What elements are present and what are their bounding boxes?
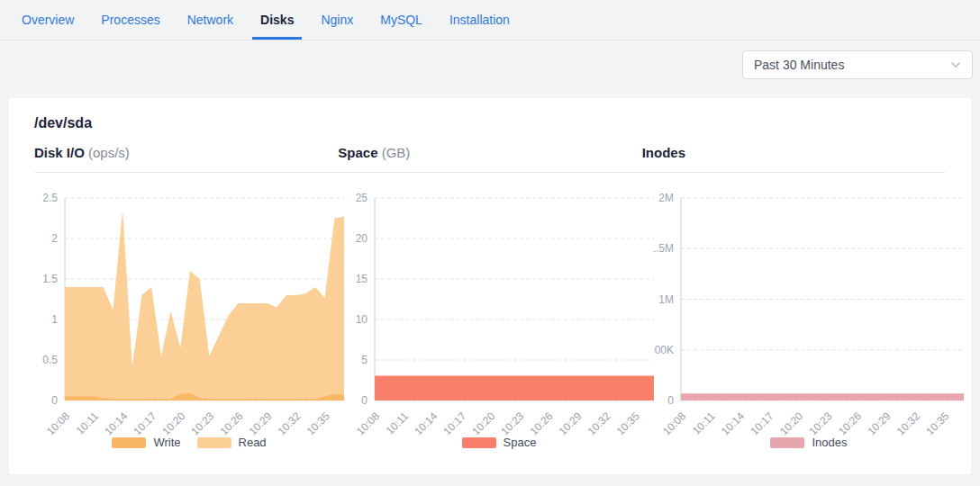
- y-tick-label: 1.5: [42, 273, 58, 285]
- chart-headers-row: Disk I/O (ops/s)Space (GB)Inodes: [34, 145, 946, 173]
- legend-item-space[interactable]: Space: [462, 436, 537, 449]
- tab-network[interactable]: Network: [187, 0, 233, 40]
- y-tick-label: 2M: [658, 192, 674, 204]
- legend-item-write[interactable]: Write: [112, 436, 180, 449]
- y-tick-label: 1: [51, 313, 58, 326]
- tab-mysql[interactable]: MySQL: [380, 0, 422, 40]
- monitoring-page: OverviewProcessesNetworkDisksNginxMySQLI…: [0, 0, 980, 486]
- y-tick-label: 2: [51, 232, 58, 245]
- x-tick-label: 10:11: [74, 410, 102, 436]
- x-tick-label: 10:23: [806, 410, 834, 436]
- legend-swatch-write: [112, 437, 146, 448]
- x-tick-label: 10:26: [217, 410, 245, 436]
- legend-label: Inodes: [812, 436, 847, 449]
- chart-title-text: Space: [338, 145, 377, 160]
- chart-title-space: Space (GB): [338, 145, 641, 160]
- area-series-inodes: [681, 393, 964, 400]
- x-tick-label: 10:23: [188, 410, 216, 436]
- y-tick-label: 0: [667, 394, 674, 407]
- legend-disk-i-o: WriteRead: [34, 436, 344, 449]
- x-tick-label: 10:14: [719, 410, 747, 436]
- chevron-down-icon: [948, 58, 963, 72]
- time-range-value: Past 30 Minutes: [754, 58, 844, 72]
- x-tick-label: 10:11: [384, 410, 412, 436]
- x-tick-label: 10:20: [469, 410, 497, 436]
- x-tick-label: 10:08: [354, 410, 382, 436]
- y-tick-label: 1M: [658, 293, 674, 306]
- tab-processes[interactable]: Processes: [101, 0, 159, 40]
- legend-item-inodes[interactable]: Inodes: [770, 436, 847, 449]
- x-tick-label: 10:14: [102, 410, 130, 436]
- x-tick-label: 10:29: [865, 410, 893, 436]
- tab-installation[interactable]: Installation: [449, 0, 510, 40]
- x-tick-label: 10:32: [894, 410, 922, 436]
- y-tick-label: 10: [356, 313, 368, 326]
- charts-row: 00.511.522.510:0810:1110:1410:1710:2010:…: [34, 179, 946, 449]
- chart-unit-text: (GB): [378, 145, 411, 160]
- y-tick-label: 1.5M: [654, 242, 674, 255]
- x-tick-label: 10:35: [304, 410, 332, 436]
- y-tick-label: 15: [356, 273, 368, 285]
- x-tick-label: 10:20: [159, 410, 187, 436]
- chart-title-inodes: Inodes: [642, 145, 946, 160]
- y-tick-label: 0: [51, 394, 58, 407]
- x-tick-label: 10:14: [412, 410, 440, 436]
- y-tick-label: 2.5: [42, 192, 58, 204]
- x-tick-label: 10:32: [276, 410, 304, 436]
- chart-inodes: 0500K1M1.5M2M10:0810:1110:1410:1710:2010…: [654, 179, 964, 449]
- time-range-select[interactable]: Past 30 Minutes: [742, 50, 973, 79]
- legend-space: Space: [344, 436, 654, 449]
- chart-plot-space: 051015202510:0810:1110:1410:1710:2010:23…: [344, 179, 654, 436]
- legend-swatch-inodes: [770, 437, 804, 448]
- x-tick-label: 10:08: [44, 410, 72, 436]
- x-tick-label: 10:35: [923, 410, 951, 436]
- x-tick-label: 10:11: [690, 410, 718, 436]
- panel-title: /dev/sda: [34, 114, 946, 131]
- y-tick-label: 0: [361, 394, 368, 407]
- y-tick-label: 25: [356, 192, 368, 204]
- legend-label: Read: [239, 436, 267, 449]
- chart-title-disk-i-o: Disk I/O (ops/s): [34, 145, 338, 160]
- chart-title-text: Inodes: [642, 145, 685, 160]
- toolbar: Past 30 Minutes: [0, 40, 980, 98]
- legend-inodes: Inodes: [654, 436, 964, 449]
- x-tick-label: 10:26: [836, 410, 864, 436]
- tab-disks[interactable]: Disks: [260, 0, 294, 40]
- chart-plot-disk-i-o: 00.511.522.510:0810:1110:1410:1710:2010:…: [34, 179, 344, 436]
- x-tick-label: 10:29: [246, 410, 274, 436]
- x-tick-label: 10:29: [556, 410, 584, 436]
- x-tick-label: 10:26: [527, 410, 555, 436]
- chart-unit-text: (ops/s): [85, 145, 130, 160]
- tab-bar: OverviewProcessesNetworkDisksNginxMySQLI…: [0, 0, 980, 40]
- y-tick-label: 5: [361, 354, 368, 366]
- legend-item-read[interactable]: Read: [197, 436, 267, 449]
- y-tick-label: 500K: [654, 344, 674, 356]
- legend-label: Write: [153, 436, 180, 449]
- x-tick-label: 10:35: [614, 410, 642, 436]
- disk-panel: /dev/sda Disk I/O (ops/s)Space (GB)Inode…: [9, 98, 971, 474]
- y-tick-label: 0.5: [42, 354, 58, 366]
- chart-title-text: Disk I/O: [34, 145, 85, 160]
- x-tick-label: 10:23: [498, 410, 526, 436]
- chart-space: 051015202510:0810:1110:1410:1710:2010:23…: [344, 179, 654, 449]
- area-series-space: [375, 376, 654, 400]
- legend-label: Space: [504, 436, 537, 449]
- x-tick-label: 10:20: [777, 410, 805, 436]
- tab-nginx[interactable]: Nginx: [321, 0, 353, 40]
- tab-overview[interactable]: Overview: [22, 0, 74, 40]
- chart-disk-i-o: 00.511.522.510:0810:1110:1410:1710:2010:…: [34, 179, 344, 449]
- x-tick-label: 10:32: [585, 410, 613, 436]
- x-tick-label: 10:17: [440, 410, 468, 436]
- legend-swatch-read: [197, 437, 231, 448]
- chart-plot-inodes: 0500K1M1.5M2M10:0810:1110:1410:1710:2010…: [654, 179, 964, 436]
- x-tick-label: 10:08: [660, 410, 688, 436]
- x-tick-label: 10:17: [131, 410, 159, 436]
- legend-swatch-space: [462, 437, 496, 448]
- y-tick-label: 20: [356, 232, 368, 245]
- x-tick-label: 10:17: [748, 410, 776, 436]
